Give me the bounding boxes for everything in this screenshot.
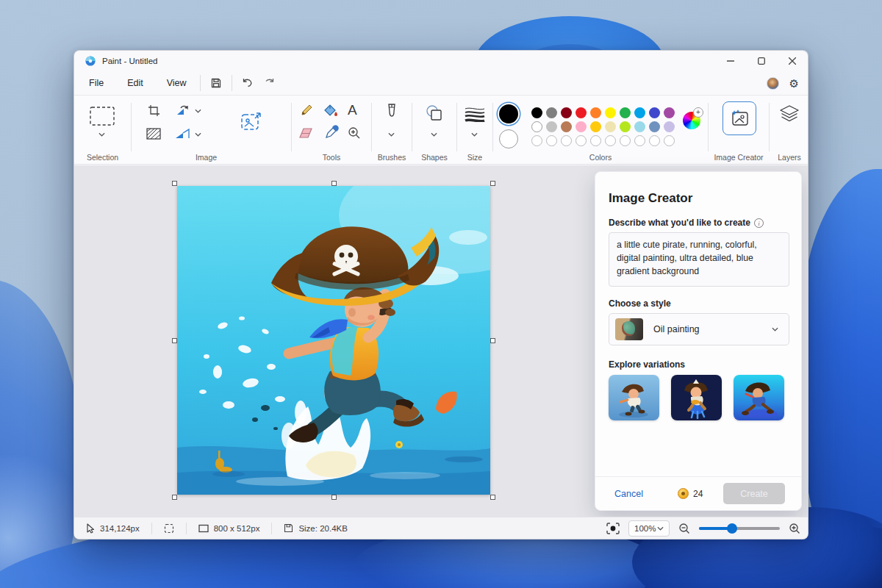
zoom-out-icon[interactable] bbox=[678, 523, 690, 534]
zoom-level-dropdown[interactable]: 100% bbox=[628, 520, 670, 537]
selection-handle[interactable] bbox=[331, 181, 337, 186]
selection-handle[interactable] bbox=[331, 495, 337, 500]
chevron-down-icon[interactable] bbox=[431, 132, 437, 137]
chevron-down-icon[interactable] bbox=[195, 109, 201, 113]
brush-icon[interactable] bbox=[386, 103, 398, 125]
menu-edit[interactable]: Edit bbox=[118, 74, 152, 92]
undo-icon[interactable] bbox=[237, 74, 259, 92]
selection-handle[interactable] bbox=[490, 495, 495, 500]
minimize-button[interactable] bbox=[715, 51, 746, 71]
secondary-color-swatch[interactable] bbox=[499, 129, 518, 148]
empty-color-slot[interactable] bbox=[664, 135, 675, 146]
pencil-icon[interactable] bbox=[299, 103, 314, 121]
save-icon[interactable] bbox=[205, 74, 227, 92]
color-swatch[interactable] bbox=[546, 107, 557, 118]
zoom-in-icon[interactable] bbox=[789, 523, 800, 534]
selection-handle[interactable] bbox=[172, 338, 177, 343]
color-swatch[interactable] bbox=[649, 107, 660, 118]
color-swatch[interactable] bbox=[605, 121, 616, 132]
empty-color-slot[interactable] bbox=[634, 135, 645, 146]
divider bbox=[232, 75, 232, 91]
color-swatch[interactable] bbox=[620, 107, 631, 118]
text-tool-icon[interactable]: A bbox=[348, 102, 357, 118]
chevron-down-icon[interactable] bbox=[388, 132, 395, 137]
variation-thumbnail-3[interactable] bbox=[734, 375, 784, 420]
zoom-level-value: 100% bbox=[634, 524, 656, 533]
color-swatch[interactable] bbox=[576, 121, 587, 132]
settings-gear-icon[interactable]: ⚙ bbox=[789, 78, 799, 89]
maximize-button[interactable] bbox=[746, 51, 777, 71]
chevron-down-icon[interactable] bbox=[195, 132, 201, 137]
flip-icon[interactable] bbox=[174, 128, 190, 143]
account-avatar[interactable] bbox=[767, 77, 779, 90]
chevron-down-icon[interactable] bbox=[471, 132, 478, 137]
selection-handle[interactable] bbox=[172, 495, 177, 500]
size-icon[interactable] bbox=[465, 106, 485, 125]
close-button[interactable] bbox=[777, 51, 808, 71]
texture-icon[interactable] bbox=[146, 128, 161, 143]
empty-color-slot[interactable] bbox=[590, 135, 601, 146]
cancel-button[interactable]: Cancel bbox=[614, 489, 643, 499]
fill-bucket-icon[interactable] bbox=[323, 103, 339, 121]
color-swatch[interactable] bbox=[546, 121, 557, 132]
selection-group: Selection bbox=[74, 96, 131, 165]
canvas-image[interactable] bbox=[177, 186, 490, 495]
variation-thumbnails bbox=[609, 375, 784, 420]
empty-color-slot[interactable] bbox=[620, 135, 631, 146]
color-swatch[interactable] bbox=[576, 107, 587, 118]
color-swatch[interactable] bbox=[561, 107, 572, 118]
color-swatch[interactable] bbox=[649, 121, 660, 132]
create-button[interactable]: Create bbox=[723, 483, 785, 504]
menu-file[interactable]: File bbox=[80, 74, 112, 92]
layers-icon[interactable] bbox=[779, 104, 800, 126]
color-swatch[interactable] bbox=[605, 107, 616, 118]
fit-to-screen-icon[interactable] bbox=[606, 523, 620, 534]
color-swatch[interactable] bbox=[590, 121, 601, 132]
eraser-icon[interactable] bbox=[298, 126, 314, 143]
redo-icon[interactable] bbox=[259, 74, 281, 92]
selection-handle[interactable] bbox=[172, 181, 177, 186]
shapes-icon[interactable] bbox=[425, 104, 444, 125]
menu-view[interactable]: View bbox=[158, 74, 196, 92]
title-bar[interactable]: Paint - Untitled bbox=[74, 51, 808, 71]
primary-color-swatch[interactable] bbox=[499, 104, 518, 123]
zoom-slider-thumb[interactable] bbox=[727, 523, 737, 534]
eyedropper-icon[interactable] bbox=[324, 125, 339, 143]
image-creator-button[interactable] bbox=[723, 101, 756, 135]
color-swatch[interactable] bbox=[531, 121, 542, 132]
magnifier-icon[interactable] bbox=[348, 126, 361, 143]
selection-tool[interactable] bbox=[89, 106, 115, 126]
empty-color-slot[interactable] bbox=[546, 135, 557, 146]
color-swatch[interactable] bbox=[634, 107, 645, 118]
empty-color-slot[interactable] bbox=[561, 135, 572, 146]
color-swatch[interactable] bbox=[620, 121, 631, 132]
color-swatch[interactable] bbox=[531, 107, 542, 118]
resize-image-icon[interactable] bbox=[240, 112, 262, 135]
edit-colors-wheel[interactable] bbox=[683, 112, 700, 129]
group-label: Shapes bbox=[412, 153, 456, 162]
info-icon[interactable]: i bbox=[754, 218, 764, 228]
color-swatch[interactable] bbox=[561, 121, 572, 132]
canvas-size-status: 800 x 512px bbox=[187, 517, 272, 539]
empty-color-slot[interactable] bbox=[531, 135, 542, 146]
zoom-slider[interactable] bbox=[699, 527, 780, 530]
color-swatch[interactable] bbox=[664, 121, 675, 132]
style-dropdown[interactable]: Oil painting bbox=[609, 313, 789, 345]
variation-thumbnail-1[interactable] bbox=[609, 375, 659, 420]
variation-thumbnail-2[interactable] bbox=[671, 375, 722, 420]
color-swatch[interactable] bbox=[590, 107, 601, 118]
empty-color-slot[interactable] bbox=[649, 135, 660, 146]
prompt-input[interactable]: a little cute pirate, running, colorful,… bbox=[609, 232, 789, 287]
empty-color-slot[interactable] bbox=[576, 135, 587, 146]
crop-icon[interactable] bbox=[148, 104, 161, 121]
color-swatch[interactable] bbox=[664, 107, 675, 118]
style-label: Choose a style bbox=[609, 298, 671, 309]
selection-handle[interactable] bbox=[490, 181, 495, 186]
selection-handle[interactable] bbox=[490, 338, 495, 343]
variations-label: Explore variations bbox=[609, 359, 685, 370]
group-label: Selection bbox=[74, 153, 131, 162]
rotate-icon[interactable] bbox=[176, 104, 190, 121]
chevron-down-icon[interactable] bbox=[98, 132, 105, 137]
empty-color-slot[interactable] bbox=[605, 135, 616, 146]
color-swatch[interactable] bbox=[634, 121, 645, 132]
